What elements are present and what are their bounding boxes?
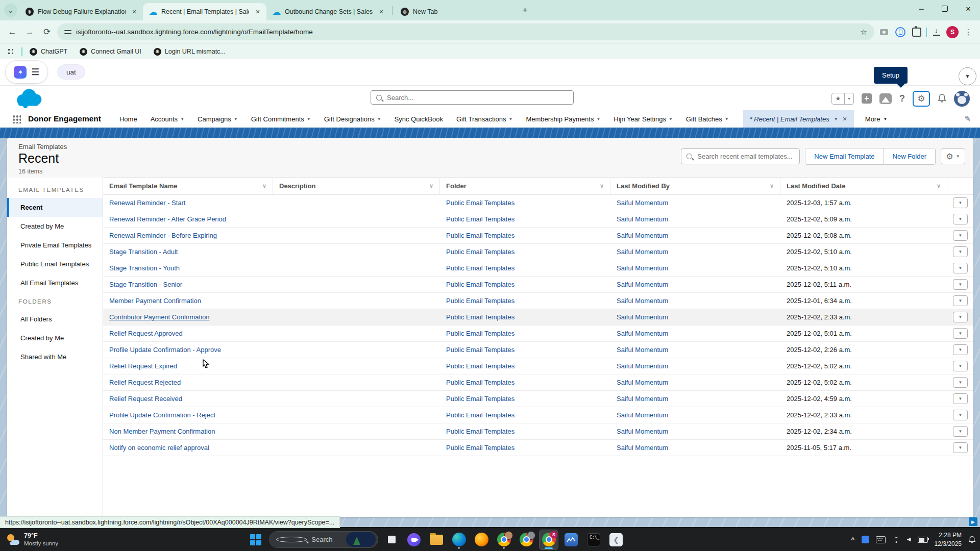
nav-item-campaigns[interactable]: Campaigns▼ xyxy=(198,115,238,123)
modified-by-link[interactable]: Saiful Momentum xyxy=(617,248,668,256)
table-row[interactable]: Renewal Reminder - StartPublic Email Tem… xyxy=(103,195,973,211)
favorites-control[interactable]: ★ ▾ xyxy=(831,93,854,105)
modified-by-link[interactable]: Saiful Momentum xyxy=(617,199,668,207)
edit-nav-pencil-icon[interactable]: ✎ xyxy=(964,114,971,123)
floating-caret-button[interactable]: ▼ xyxy=(959,67,976,85)
notification-bell-icon[interactable] xyxy=(968,536,976,544)
folder-link[interactable]: Public Email Templates xyxy=(446,379,514,386)
row-actions-dropdown-button[interactable]: ▼ xyxy=(953,393,968,404)
table-row[interactable]: Stage Transition - YouthPublic Email Tem… xyxy=(103,260,973,277)
template-name-link[interactable]: Relief Request Received xyxy=(109,395,182,403)
chevron-down-icon[interactable]: ∨ xyxy=(600,183,604,189)
nav-item-gift-batches[interactable]: Gift Batches▼ xyxy=(686,115,729,123)
template-name-link[interactable]: Renewal Reminder - Before Expiring xyxy=(109,232,217,239)
table-row[interactable]: Notify on economic relief approvalPublic… xyxy=(103,440,973,456)
chevron-down-icon[interactable]: ▼ xyxy=(834,117,838,121)
modified-by-link[interactable]: Saiful Momentum xyxy=(617,395,668,403)
search-highlight-image[interactable] xyxy=(346,532,376,547)
notifications-bell-icon[interactable] xyxy=(938,94,946,103)
site-settings-icon[interactable] xyxy=(64,29,71,36)
folder-link[interactable]: Public Email Templates xyxy=(446,395,514,403)
modified-by-link[interactable]: Saiful Momentum xyxy=(617,313,668,321)
template-name-link[interactable]: Profile Update Confirmation - Approve xyxy=(109,346,221,354)
modified-by-link[interactable]: Saiful Momentum xyxy=(617,264,668,272)
browser-tab[interactable]: ☁Outbound Change Sets | Salesf✕ xyxy=(266,3,390,20)
nav-item-gift-designations[interactable]: Gift Designations▼ xyxy=(324,115,381,123)
modified-by-link[interactable]: Saiful Momentum xyxy=(617,281,668,288)
taskbar-icon-terminal[interactable]: C:\_ xyxy=(584,530,603,550)
extensions-icon[interactable] xyxy=(910,28,923,37)
window-minimize-button[interactable]: ─ xyxy=(910,0,933,17)
table-row[interactable]: Stage Transition - SeniorPublic Email Te… xyxy=(103,277,973,293)
modified-by-link[interactable]: Saiful Momentum xyxy=(617,444,668,452)
folder-link[interactable]: Public Email Templates xyxy=(446,215,514,223)
table-row[interactable]: Profile Update Confirmation - ApprovePub… xyxy=(103,342,973,358)
page-title[interactable]: Recent xyxy=(18,151,59,166)
sidebar-item-shared-with-me[interactable]: Shared with Me xyxy=(7,347,103,366)
folder-link[interactable]: Public Email Templates xyxy=(446,411,514,419)
scroll-right-arrow[interactable]: ▶ xyxy=(969,517,977,526)
global-actions-icon[interactable]: + xyxy=(862,93,872,104)
browser-tab[interactable]: ❋Flow Debug Failure Explanation✕ xyxy=(19,3,143,20)
reload-button[interactable]: ⟳ xyxy=(40,27,54,37)
template-name-link[interactable]: Notify on economic relief approval xyxy=(109,444,209,452)
browser-tab[interactable]: ◍New Tab xyxy=(395,3,518,20)
template-name-link[interactable]: Renewal Reminder - Start xyxy=(109,199,186,207)
table-row[interactable]: Relief Request RejectedPublic Email Temp… xyxy=(103,374,973,391)
favorites-star-icon[interactable]: ★ xyxy=(832,93,845,104)
folder-link[interactable]: Public Email Templates xyxy=(446,297,514,305)
folder-link[interactable]: Public Email Templates xyxy=(446,248,514,256)
nav-temp-tab-email-templates[interactable]: * Recent | Email Templates ▼ ✕ xyxy=(743,110,854,128)
new-folder-button[interactable]: New Folder xyxy=(884,148,935,164)
environment-badge[interactable]: uat xyxy=(57,64,85,80)
folder-link[interactable]: Public Email Templates xyxy=(446,428,514,435)
template-name-link[interactable]: Stage Transition - Youth xyxy=(109,264,180,272)
column-header-folder[interactable]: Folder∨ xyxy=(440,178,610,194)
table-row[interactable]: Renewal Reminder - After Grace PeriodPub… xyxy=(103,211,973,228)
row-actions-dropdown-button[interactable]: ▼ xyxy=(953,246,968,257)
list-search-input[interactable] xyxy=(696,152,794,161)
chevron-down-icon[interactable]: ∨ xyxy=(429,183,433,189)
row-actions-dropdown-button[interactable]: ▼ xyxy=(953,230,968,241)
sidebar-item-created-by-me[interactable]: Created by Me xyxy=(7,217,103,236)
tab-close-icon[interactable]: ✕ xyxy=(377,7,386,16)
taskbar-search[interactable]: Search xyxy=(269,531,378,548)
taskbar-icon-chrome-active[interactable]: S xyxy=(539,530,558,550)
back-button[interactable]: ← xyxy=(5,27,19,37)
chevron-down-icon[interactable]: ∨ xyxy=(262,183,266,189)
column-header-last-modified-by[interactable]: Last Modified By∨ xyxy=(610,178,780,194)
folder-link[interactable]: Public Email Templates xyxy=(446,281,514,288)
sidebar-item-private-email-templates[interactable]: Private Email Templates xyxy=(7,236,103,255)
table-row[interactable]: Relief Request ApprovedPublic Email Temp… xyxy=(103,325,973,342)
template-name-link[interactable]: Stage Transition - Senior xyxy=(109,281,182,288)
app-name[interactable]: Donor Engagement xyxy=(28,114,101,123)
window-maximize-button[interactable] xyxy=(933,0,957,17)
row-actions-dropdown-button[interactable]: ▼ xyxy=(953,295,968,306)
table-row[interactable]: Contributor Payment ConfirmationPublic E… xyxy=(103,309,973,325)
row-actions-dropdown-button[interactable]: ▼ xyxy=(953,426,968,437)
ai-assistant-pill[interactable]: ✦ ☰ xyxy=(5,60,48,84)
modified-by-link[interactable]: Saiful Momentum xyxy=(617,297,668,305)
folder-link[interactable]: Public Email Templates xyxy=(446,313,514,321)
sidebar-item-recent[interactable]: Recent xyxy=(7,198,103,217)
chevron-down-icon[interactable]: ∨ xyxy=(770,183,774,189)
keyboard-layout-icon[interactable] xyxy=(876,536,886,543)
row-actions-dropdown-button[interactable]: ▼ xyxy=(953,410,968,420)
nav-item-gift-commitments[interactable]: Gift Commitments▼ xyxy=(251,115,311,123)
row-actions-dropdown-button[interactable]: ▼ xyxy=(953,361,968,371)
volume-icon[interactable] xyxy=(907,538,911,542)
folder-link[interactable]: Public Email Templates xyxy=(446,444,514,452)
template-name-link[interactable]: Non Member Payment Confirmation xyxy=(109,428,215,435)
nav-item-sync-quickbook[interactable]: Sync QuickBook xyxy=(395,115,443,123)
apps-grid-icon[interactable] xyxy=(7,48,14,55)
taskbar-clock[interactable]: 2:28 PM 12/3/2025 xyxy=(935,531,962,547)
row-actions-dropdown-button[interactable]: ▼ xyxy=(953,214,968,224)
folder-link[interactable]: Public Email Templates xyxy=(446,346,514,354)
browser-tab[interactable]: ☁Recent | Email Templates | Sales✕ xyxy=(143,3,266,20)
row-actions-dropdown-button[interactable]: ▼ xyxy=(953,279,968,290)
sidebar-item-all-email-templates[interactable]: All Email Templates xyxy=(7,273,103,292)
user-avatar[interactable] xyxy=(954,91,970,107)
template-name-link[interactable]: Contributor Payment Confirmation xyxy=(109,313,210,321)
nav-item-hijri-year-settings[interactable]: Hijri Year Settings▼ xyxy=(614,115,673,123)
browser-menu-icon[interactable]: ⋮ xyxy=(962,28,975,37)
